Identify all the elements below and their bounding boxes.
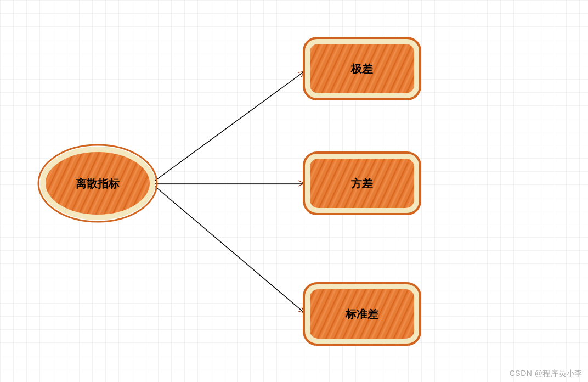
child-node-0-label: 极差 (350, 63, 373, 75)
root-node-label: 离散指标 (75, 177, 120, 189)
child-node-1: 方差 (304, 153, 420, 214)
edges-group (151, 71, 304, 313)
edge-root-to-child-2 (151, 183, 304, 313)
child-node-1-label: 方差 (350, 177, 373, 189)
root-node: 离散指标 (38, 145, 157, 222)
child-node-0: 极差 (304, 38, 420, 99)
diagram-canvas: 离散指标 极差 方差 标准差 (0, 0, 588, 382)
child-node-2: 标准差 (304, 283, 420, 345)
child-node-2-label: 标准差 (345, 308, 378, 320)
edge-root-to-child-0 (151, 71, 304, 183)
